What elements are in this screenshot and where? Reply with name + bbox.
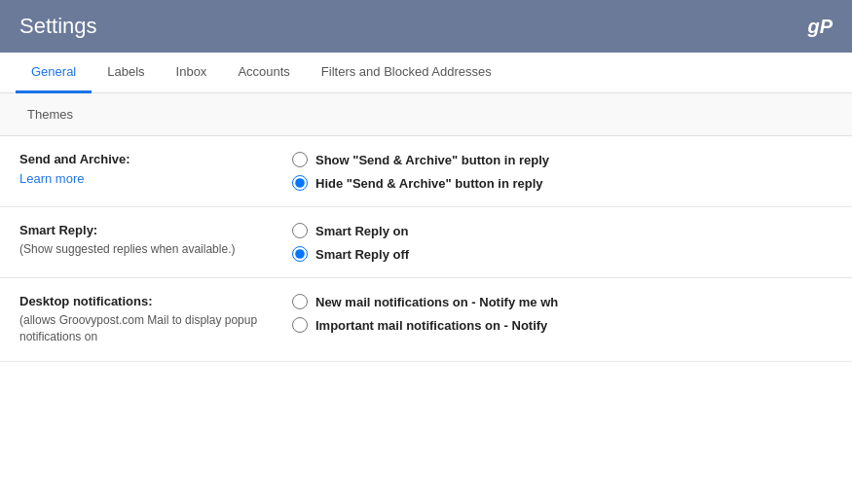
send-archive-row: Send and Archive: Learn more Show "Send … — [0, 136, 852, 207]
smart-reply-on-radio[interactable] — [292, 223, 308, 238]
tab-bar: General Labels Inbox Accounts Filters an… — [0, 53, 852, 93]
smart-reply-off-radio[interactable] — [292, 246, 308, 262]
hide-send-archive-label: Hide "Send & Archive" button in reply — [315, 176, 543, 191]
desktop-notifications-row: Desktop notifications: (allows Groovypos… — [0, 278, 852, 362]
settings-window: Settings gP General Labels Inbox Account… — [0, 0, 852, 362]
desktop-notifications-label: Desktop notifications: (allows Groovypos… — [19, 294, 292, 345]
sub-tab-bar: Themes — [0, 93, 852, 136]
hide-send-archive-radio[interactable] — [292, 175, 308, 191]
smart-reply-desc: (Show suggested replies when available.) — [19, 241, 273, 258]
logo: gP — [807, 16, 833, 38]
send-archive-options: Show "Send & Archive" button in reply Hi… — [292, 152, 833, 191]
new-mail-notifications-label: New mail notifications on - Notify me wh — [315, 295, 558, 309]
settings-content: Send and Archive: Learn more Show "Send … — [0, 136, 852, 362]
smart-reply-options: Smart Reply on Smart Reply off — [292, 223, 833, 262]
smart-reply-on-option[interactable]: Smart Reply on — [292, 223, 833, 238]
desktop-notifications-desc: (allows Groovypost.com Mail to display p… — [19, 312, 273, 345]
show-send-archive-option[interactable]: Show "Send & Archive" button in reply — [292, 152, 833, 167]
tab-labels[interactable]: Labels — [92, 53, 160, 93]
header: Settings gP — [0, 0, 852, 53]
learn-more-link[interactable]: Learn more — [19, 171, 84, 186]
smart-reply-on-label: Smart Reply on — [315, 224, 408, 238]
smart-reply-title: Smart Reply: — [19, 223, 273, 237]
smart-reply-label: Smart Reply: (Show suggested replies whe… — [19, 223, 292, 258]
smart-reply-off-label: Smart Reply off — [315, 247, 409, 262]
send-archive-title: Send and Archive: — [19, 152, 273, 166]
show-send-archive-radio[interactable] — [292, 152, 308, 167]
smart-reply-row: Smart Reply: (Show suggested replies whe… — [0, 207, 852, 278]
sub-tab-themes[interactable]: Themes — [16, 101, 85, 127]
tab-filters[interactable]: Filters and Blocked Addresses — [306, 53, 507, 93]
send-archive-label: Send and Archive: Learn more — [19, 152, 292, 186]
smart-reply-off-option[interactable]: Smart Reply off — [292, 246, 833, 262]
important-mail-notifications-radio[interactable] — [292, 317, 308, 333]
tab-general[interactable]: General — [16, 53, 92, 93]
tab-accounts[interactable]: Accounts — [222, 53, 305, 93]
new-mail-notifications-radio[interactable] — [292, 294, 308, 309]
desktop-notifications-options: New mail notifications on - Notify me wh… — [292, 294, 833, 333]
page-title: Settings — [19, 14, 97, 39]
important-mail-notifications-label: Important mail notifications on - Notify — [315, 318, 547, 333]
important-mail-notifications-option[interactable]: Important mail notifications on - Notify — [292, 317, 833, 333]
new-mail-notifications-option[interactable]: New mail notifications on - Notify me wh — [292, 294, 833, 309]
tab-inbox[interactable]: Inbox — [161, 53, 223, 93]
hide-send-archive-option[interactable]: Hide "Send & Archive" button in reply — [292, 175, 833, 191]
show-send-archive-label: Show "Send & Archive" button in reply — [315, 153, 549, 167]
desktop-notifications-title: Desktop notifications: — [19, 294, 273, 308]
